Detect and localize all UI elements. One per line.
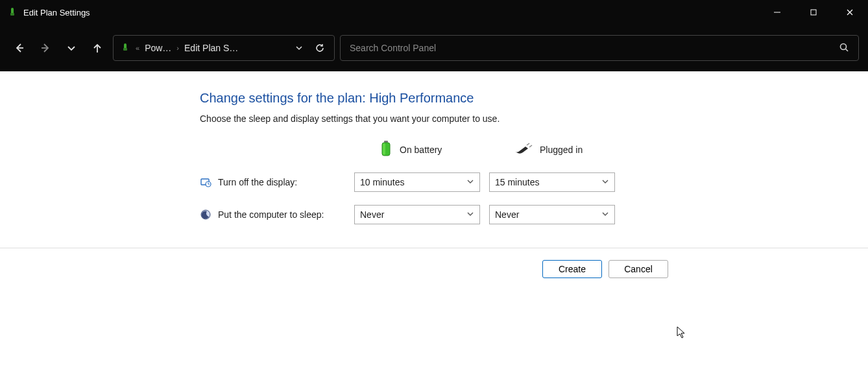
select-value: Never <box>495 209 519 220</box>
chevron-right-icon: › <box>176 44 179 52</box>
settings-grid: On battery Plugged in Turn off the displ… <box>200 139 868 224</box>
breadcrumb-segment[interactable]: Pow… <box>145 43 171 53</box>
back-button[interactable] <box>9 38 30 58</box>
svg-line-16 <box>527 143 529 145</box>
refresh-button[interactable] <box>312 43 328 53</box>
address-bar[interactable]: « Pow… › Edit Plan S… <box>113 35 335 61</box>
row-label-sleep: Put the computer to sleep: <box>200 209 345 220</box>
row-label-display: Turn off the display: <box>200 176 345 188</box>
svg-rect-1 <box>10 13 14 16</box>
up-button[interactable] <box>87 38 108 58</box>
recent-locations-button[interactable] <box>61 38 82 58</box>
select-value: Never <box>360 209 384 220</box>
chevron-down-icon <box>466 209 474 220</box>
select-value: 15 minutes <box>495 177 539 187</box>
battery-icon <box>379 139 393 159</box>
chevron-down-icon <box>601 209 609 220</box>
search-icon <box>839 42 849 54</box>
cancel-button[interactable]: Cancel <box>609 260 668 278</box>
column-header-plugged: Plugged in <box>489 143 615 156</box>
history-dropdown-button[interactable] <box>291 44 307 52</box>
page-subtext: Choose the sleep and display settings th… <box>200 113 868 124</box>
create-button[interactable]: Create <box>542 260 602 278</box>
column-header-battery: On battery <box>354 139 480 159</box>
close-button[interactable] <box>832 0 868 25</box>
power-options-icon <box>120 42 130 54</box>
search-bar[interactable] <box>340 35 859 61</box>
chevron-down-icon <box>601 177 609 187</box>
select-sleep-plugged[interactable]: Never <box>489 205 615 224</box>
row-text: Put the computer to sleep: <box>218 209 324 220</box>
cursor-icon <box>677 326 687 339</box>
forward-button[interactable] <box>35 38 56 58</box>
app-icon <box>6 6 18 18</box>
column-label: Plugged in <box>540 145 583 155</box>
chevron-left-icon: « <box>136 44 139 52</box>
select-sleep-battery[interactable]: Never <box>354 205 480 224</box>
select-display-battery[interactable]: 10 minutes <box>354 172 480 192</box>
window-title: Edit Plan Settings <box>23 8 759 18</box>
display-timer-icon <box>200 176 211 188</box>
footer: Create Cancel <box>0 248 868 278</box>
select-value: 10 minutes <box>360 177 404 187</box>
minimize-button[interactable] <box>759 0 795 25</box>
content-area: Change settings for the plan: High Perfo… <box>0 71 868 378</box>
plug-icon <box>514 143 533 156</box>
svg-line-12 <box>846 49 849 51</box>
window-controls <box>759 0 868 25</box>
maximize-button[interactable] <box>795 0 832 25</box>
page-heading: Change settings for the plan: High Perfo… <box>200 91 868 106</box>
svg-point-11 <box>841 43 847 49</box>
select-display-plugged[interactable]: 15 minutes <box>489 172 615 192</box>
chevron-down-icon <box>466 177 474 187</box>
svg-rect-15 <box>383 143 385 155</box>
row-text: Turn off the display: <box>218 177 297 187</box>
svg-rect-10 <box>123 48 127 51</box>
breadcrumb-segment[interactable]: Edit Plan S… <box>184 43 238 53</box>
search-input[interactable] <box>350 43 839 53</box>
column-label: On battery <box>400 145 442 155</box>
navbar: « Pow… › Edit Plan S… <box>0 25 868 71</box>
svg-rect-3 <box>811 10 816 15</box>
svg-line-17 <box>529 145 532 147</box>
sleep-moon-icon <box>200 209 211 220</box>
titlebar: Edit Plan Settings <box>0 0 868 25</box>
